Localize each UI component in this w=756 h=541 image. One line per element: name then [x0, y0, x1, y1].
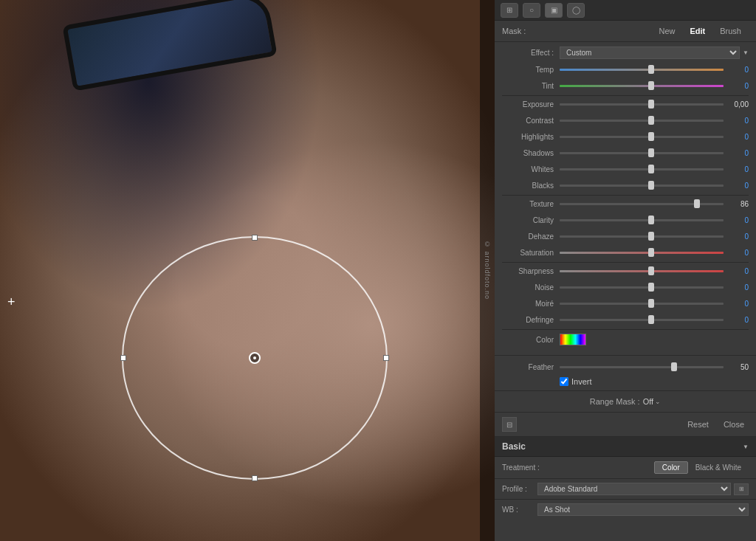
texture-track [560, 203, 724, 205]
range-mask-label: Range Mask : [590, 397, 640, 406]
treatment-label: Treatment : [502, 464, 540, 472]
effect-row: Effect : Custom ▼ [502, 46, 749, 59]
dehaze-thumb[interactable] [648, 232, 654, 241]
range-mask-arrow: ⌄ [655, 398, 661, 405]
noise-row: Noise 0 [502, 280, 749, 294]
tint-label: Tint [502, 82, 554, 90]
exposure-track [560, 103, 724, 106]
top-toolbar: ⊞ ○ ▣ ◯ [495, 0, 756, 21]
noise-thumb[interactable] [648, 283, 654, 292]
sharpness-row: Sharpness 0 [502, 264, 749, 278]
contrast-value: 0 [728, 117, 749, 125]
glasses [59, 0, 295, 89]
effect-section: Effect : Custom ▼ Temp 0 Tint [495, 42, 756, 356]
color-label: Color [502, 336, 554, 344]
moire-value: 0 [728, 300, 749, 308]
moire-thumb[interactable] [648, 299, 654, 308]
texture-value: 86 [728, 200, 749, 208]
toolbar-circle-btn[interactable]: ○ [523, 3, 540, 18]
texture-label: Texture [502, 200, 554, 208]
shadows-row: Shadows 0 [502, 146, 749, 159]
shadows-thumb[interactable] [648, 148, 654, 157]
invert-label: Invert [571, 377, 592, 386]
mask-edit-btn[interactable]: Edit [682, 25, 712, 37]
shadows-label: Shadows [502, 149, 554, 157]
whites-thumb[interactable] [648, 165, 654, 173]
mask-new-btn[interactable]: New [651, 25, 682, 37]
basic-section-title: Basic [502, 441, 526, 452]
basic-section-header[interactable]: Basic ▼ [495, 437, 756, 457]
dehaze-slider-container [560, 232, 724, 241]
feather-track [560, 366, 724, 368]
sharpness-slider-container [560, 266, 724, 275]
whites-track [560, 168, 724, 170]
temp-thumb[interactable] [648, 65, 654, 74]
blacks-value: 0 [728, 182, 749, 190]
profile-grid-btn[interactable]: ⊞ [734, 483, 749, 495]
blacks-thumb[interactable] [648, 181, 654, 190]
highlights-slider-container [560, 132, 724, 141]
whites-row: Whites 0 [502, 162, 749, 176]
saturation-row: Saturation 0 [502, 246, 749, 259]
range-mask-value: Off [643, 397, 653, 406]
copy-settings-btn[interactable]: ⊟ [502, 417, 517, 432]
clarity-thumb[interactable] [648, 216, 654, 224]
feather-value: 50 [728, 363, 749, 371]
contrast-thumb[interactable] [648, 116, 654, 125]
profile-select[interactable]: Adobe Standard [537, 483, 731, 495]
texture-row: Texture 86 [502, 197, 749, 210]
mask-label: Mask : [502, 27, 526, 35]
toolbar-oval-btn[interactable]: ◯ [567, 3, 585, 18]
toolbar-grid-btn[interactable]: ⊞ [501, 3, 518, 18]
temp-row: Temp 0 [502, 63, 749, 76]
tint-thumb[interactable] [648, 81, 654, 90]
highlights-label: Highlights [502, 133, 554, 141]
sharpness-value: 0 [728, 267, 749, 275]
effect-select[interactable]: Custom [560, 46, 740, 59]
contrast-track [560, 120, 724, 122]
highlights-thumb[interactable] [648, 132, 654, 141]
texture-thumb[interactable] [694, 199, 700, 208]
sharpness-label: Sharpness [502, 267, 554, 275]
saturation-label: Saturation [502, 249, 554, 257]
feather-thumb[interactable] [671, 362, 677, 371]
blacks-slider-container [560, 181, 724, 190]
bottom-buttons: ⊟ Reset Close [495, 413, 756, 437]
highlights-track [560, 136, 724, 138]
saturation-thumb[interactable] [648, 248, 654, 257]
texture-slider-container [560, 199, 724, 208]
crosshair-cursor: + [7, 295, 16, 309]
shadows-value: 0 [728, 149, 749, 157]
toolbar-square-btn[interactable]: ▣ [545, 3, 563, 18]
feather-label: Feather [502, 363, 554, 371]
sharpness-thumb[interactable] [648, 266, 654, 275]
clarity-value: 0 [728, 216, 749, 224]
wb-select[interactable]: As Shot [537, 503, 749, 516]
reset-btn[interactable]: Reset [683, 418, 713, 430]
exposure-slider-container [560, 100, 724, 108]
profile-label: Profile : [502, 485, 532, 493]
defringe-thumb[interactable] [648, 315, 654, 324]
moire-label: Moiré [502, 300, 554, 308]
defringe-row: Defringe 0 [502, 313, 749, 326]
exposure-label: Exposure [502, 100, 554, 108]
treatment-row: Treatment : Color Black & White [495, 457, 756, 479]
treatment-bw-btn[interactable]: Black & White [688, 462, 749, 473]
saturation-track [560, 252, 724, 254]
feather-slider-container [560, 362, 724, 371]
dehaze-row: Dehaze 0 [502, 230, 749, 243]
color-swatch[interactable] [560, 334, 586, 345]
clarity-track [560, 219, 724, 221]
dehaze-track [560, 235, 724, 238]
exposure-thumb[interactable] [648, 100, 654, 108]
exposure-row: Exposure 0,00 [502, 97, 749, 111]
noise-slider-container [560, 283, 724, 292]
invert-checkbox[interactable] [560, 377, 568, 386]
saturation-slider-container [560, 248, 724, 257]
treatment-color-btn[interactable]: Color [654, 461, 688, 474]
watermark: © arnoldfoto.no [480, 0, 495, 541]
temp-slider-container [560, 65, 724, 74]
close-btn[interactable]: Close [719, 418, 749, 430]
shadows-track [560, 152, 724, 154]
mask-brush-btn[interactable]: Brush [712, 25, 749, 37]
